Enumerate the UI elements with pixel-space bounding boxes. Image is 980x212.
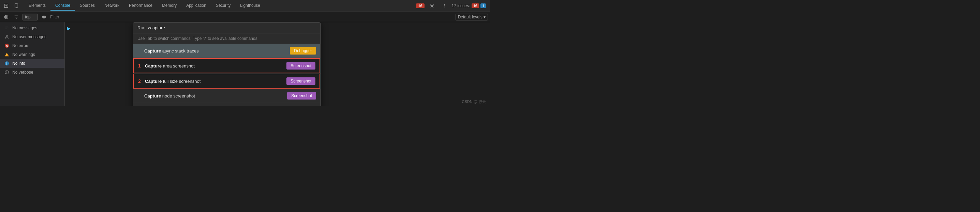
item-rest-area: area screenshot [162,63,195,68]
warning-icon: ! [4,52,10,57]
tab-console[interactable]: Console [51,1,75,11]
user-icon [4,34,10,40]
run-row: Run [133,22,320,33]
tab-elements[interactable]: Elements [24,1,51,11]
sidebar-item-warnings[interactable]: ! No warnings [0,50,64,59]
sidebar-label-info: No info [12,61,25,66]
item-text-node: Capture node screenshot [144,93,195,98]
tab-application[interactable]: Application [181,1,211,11]
tab-sources[interactable]: Sources [75,1,100,11]
info-icon: i [4,61,10,66]
item-number-area: 1 [138,63,143,68]
item-bold-node: Capture [144,93,161,98]
svg-point-22 [6,73,7,73]
sidebar-item-info[interactable]: i No info [0,59,64,68]
tab-network[interactable]: Network [100,1,124,11]
item-bold-full: Capture [145,79,162,84]
svg-point-5 [444,5,445,6]
run-input[interactable] [148,25,205,30]
sidebar: No messages No user messages ✕ No errors [0,22,65,106]
tab-memory[interactable]: Memory [157,1,181,11]
item-text-async: Capture async stack traces [144,48,199,54]
item-text-full: Capture full size screenshot [145,79,200,84]
dropdown-item-area-screenshot[interactable]: 1 Capture area screenshot Screenshot [133,58,320,73]
inspect-icon[interactable] [2,1,11,11]
filter-icon[interactable] [12,13,21,21]
toolbar-right: Default levels ▾ [455,14,488,19]
sidebar-label-verbose: No verbose [12,70,33,74]
console-area: ▶ Run Use Tab to switch commands. Type '… [65,22,490,106]
svg-point-13 [6,35,8,36]
command-dropdown: Run Use Tab to switch commands. Type '?'… [133,22,321,106]
default-levels-btn[interactable]: Default levels ▾ [455,14,488,21]
error-icon: ✕ [4,43,10,48]
screenshot-badge-full[interactable]: Screenshot [286,78,315,85]
svg-point-8 [42,16,46,18]
sidebar-item-errors[interactable]: ✕ No errors [0,41,64,50]
tab-performance[interactable]: Performance [124,1,157,11]
sidebar-label-errors: No errors [12,43,29,48]
item-bold-async: Capture [144,48,161,54]
clear-console-btn[interactable] [2,13,10,21]
item-left-async: Capture async stack traces [137,48,199,54]
console-toolbar: top Default levels ▾ [0,12,490,22]
bottom-bar: CSDN @ 行走 [458,98,490,106]
settings-icon[interactable] [427,1,437,11]
dropdown-item-screenshot[interactable]: Capture screenshot Screenshot [133,103,320,106]
svg-text:✕: ✕ [5,44,8,48]
sidebar-label-user-messages: No user messages [12,35,46,39]
verbose-icon [4,70,10,75]
debugger-badge-btn[interactable]: Debugger [290,47,316,55]
tab-lighthouse[interactable]: Lighthouse [235,1,265,11]
run-label: Run [137,25,146,30]
filter-input[interactable] [50,15,91,19]
issues-label: 17 issues: [452,3,470,8]
item-rest-node: node screenshot [161,93,195,98]
sidebar-item-user-messages[interactable]: No user messages [0,32,64,41]
more-icon[interactable] [439,1,449,11]
dropdown-item-full-size[interactable]: 2 Capture full size screenshot Screensho… [133,74,320,89]
error-count-badge: 16 [472,3,479,8]
info-count-badge: 1 [480,3,486,8]
svg-point-9 [43,16,45,18]
item-rest-full: full size screenshot [162,79,200,84]
svg-text:i: i [6,62,7,65]
console-content: ▶ Run Use Tab to switch commands. Type '… [65,22,490,106]
screenshot-badge-node[interactable]: Screenshot [287,92,316,100]
tab-bar-left-icons [2,1,24,11]
list-icon [4,25,10,31]
context-selector[interactable]: top [22,14,38,21]
sidebar-item-messages[interactable]: No messages [0,24,64,32]
dropdown-hint: Use Tab to switch commands. Type '?' to … [133,33,320,44]
sidebar-label-warnings: No warnings [12,52,35,57]
dropdown-item-node[interactable]: Capture node screenshot Screenshot [133,89,320,103]
dropdown-item-async-stack[interactable]: Capture async stack traces Debugger [133,44,320,58]
item-left-full: 2 Capture full size screenshot [138,78,200,84]
svg-point-6 [444,6,445,7]
item-bold-area: Capture [145,63,162,68]
red-badge-icon: 16 [416,3,424,8]
item-left-node: Capture node screenshot [137,93,195,98]
svg-text:!: ! [6,54,8,57]
tab-bar-right: 16 17 issues: 16 1 [416,1,488,11]
svg-point-4 [444,4,445,5]
tab-security[interactable]: Security [211,1,235,11]
item-left-area: 1 Capture area screenshot [138,63,195,68]
screenshot-badge-area[interactable]: Screenshot [286,62,315,70]
main-area: No messages No user messages ✕ No errors [0,22,490,106]
item-rest-async: async stack traces [161,48,199,54]
svg-point-3 [431,5,433,6]
sidebar-label-messages: No messages [12,25,37,30]
console-prompt-arrow: ▶ [67,25,71,31]
item-number-full: 2 [138,78,143,84]
item-text-area: Capture area screenshot [145,63,195,68]
sidebar-item-verbose[interactable]: No verbose [0,68,64,77]
device-icon[interactable] [11,1,21,11]
issues-badge: 17 issues: 16 1 [452,3,486,8]
bottom-bar-text: CSDN @ 行走 [462,100,486,104]
eye-icon[interactable] [40,13,48,21]
tab-bar: Elements Console Sources Network Perform… [0,0,490,12]
